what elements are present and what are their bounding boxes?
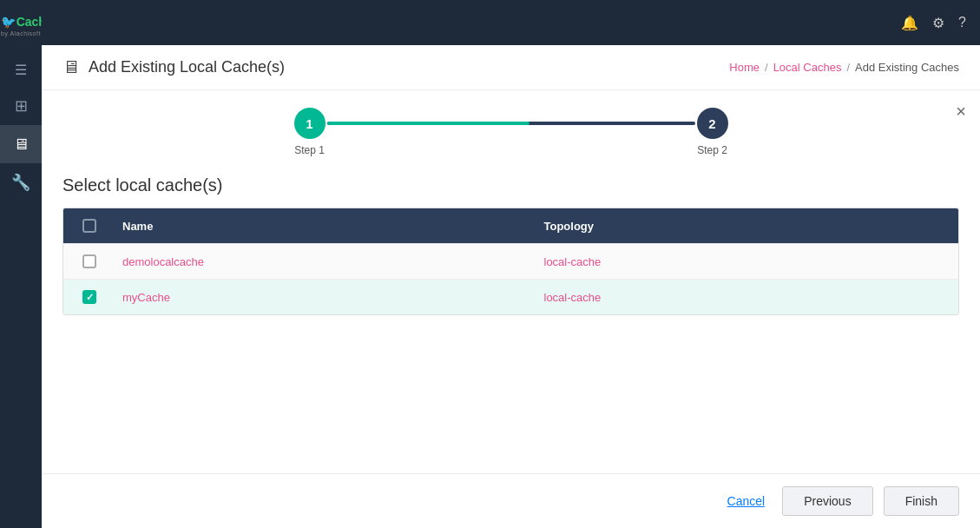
stepper: 1 Step 1 2 Step 2 [294, 108, 728, 156]
dashboard-icon: ⊞ [15, 96, 28, 116]
column-header-name: Name [115, 209, 537, 243]
step-2-circle: 2 [697, 108, 728, 139]
sidebar-item-monitor[interactable]: 🖥 [0, 125, 42, 163]
row-2-checkbox-cell[interactable] [63, 280, 115, 314]
breadcrumb-sep-2: / [846, 61, 850, 74]
breadcrumb-sep-1: / [765, 61, 768, 74]
content-area: 🖥 Add Existing Local Cache(s) Home / Loc… [42, 45, 980, 528]
finish-button[interactable]: Finish [884, 486, 959, 516]
close-button[interactable]: × [956, 102, 966, 120]
step-connector-fill [327, 122, 529, 125]
breadcrumb-current: Add Existing Caches [855, 61, 959, 74]
select-all-checkbox[interactable] [82, 219, 96, 233]
step-2-label: Step 2 [697, 144, 727, 156]
topbar-icons: 🔔 ⚙ ? [901, 15, 966, 31]
header-checkbox-cell[interactable] [63, 208, 115, 243]
row-2-name: myCache [115, 280, 537, 314]
breadcrumb-home-link[interactable]: Home [729, 61, 760, 74]
panel-footer: Cancel Previous Finish [42, 473, 980, 528]
table-row: myCache local-cache [63, 279, 958, 314]
breadcrumb-local-caches-link[interactable]: Local Caches [773, 61, 842, 74]
breadcrumb: Home / Local Caches / Add Existing Cache… [729, 61, 959, 74]
hamburger-menu-icon[interactable]: ☰ [0, 52, 42, 87]
sidebar-item-dashboard[interactable]: ⊞ [0, 87, 42, 125]
step-1-number: 1 [306, 116, 312, 131]
previous-button[interactable]: Previous [782, 486, 872, 516]
step-1-label: Step 1 [294, 144, 325, 156]
step-1-circle: 1 [294, 108, 326, 139]
table-header: Name Topology [63, 208, 958, 243]
page-monitor-icon: 🖥 [62, 57, 80, 77]
step-1-node: 1 Step 1 [294, 108, 326, 156]
section-title: Select local cache(s) [42, 165, 980, 208]
column-header-topology: Topology [537, 209, 959, 243]
cache-table: Name Topology demolocalcache local-cache [62, 208, 959, 315]
table-row: demolocalcache local-cache [63, 243, 958, 279]
help-icon[interactable]: ? [958, 15, 966, 30]
row-2-checkbox[interactable] [82, 290, 96, 304]
bell-icon[interactable]: 🔔 [901, 15, 918, 31]
row-1-checkbox[interactable] [82, 254, 96, 268]
sidebar-navigation: ☰ ⊞ 🖥 🔧 [0, 52, 42, 201]
main-area: 🔔 ⚙ ? 🖥 Add Existing Local Cache(s) Home… [42, 0, 980, 528]
stepper-area: 1 Step 1 2 Step 2 [42, 90, 980, 165]
cancel-button[interactable]: Cancel [720, 494, 773, 508]
topbar: 🔔 ⚙ ? [42, 0, 980, 45]
logo-bird-icon: 🐦 [1, 15, 16, 29]
page-header: 🖥 Add Existing Local Cache(s) Home / Loc… [42, 45, 980, 90]
monitor-icon: 🖥 [13, 135, 29, 154]
row-1-name: demolocalcache [115, 245, 537, 279]
gear-icon[interactable]: ⚙ [932, 15, 944, 31]
step-connector [327, 122, 695, 125]
logo-subtext: by Alachisoft [1, 30, 41, 36]
main-panel: × 1 Step 1 2 [42, 90, 980, 528]
step-2-number: 2 [708, 116, 715, 131]
page-title-area: 🖥 Add Existing Local Cache(s) [62, 57, 285, 77]
row-1-topology: local-cache [537, 245, 959, 279]
page-title: Add Existing Local Cache(s) [89, 58, 285, 76]
row-1-checkbox-cell[interactable] [63, 244, 115, 279]
sidebar-item-tools[interactable]: 🔧 [0, 163, 42, 201]
sidebar: N 🐦 Cache by Alachisoft ☰ ⊞ 🖥 🔧 [0, 0, 42, 528]
row-2-topology: local-cache [537, 280, 959, 314]
step-2-node: 2 Step 2 [697, 108, 728, 156]
tools-icon: 🔧 [11, 173, 30, 192]
